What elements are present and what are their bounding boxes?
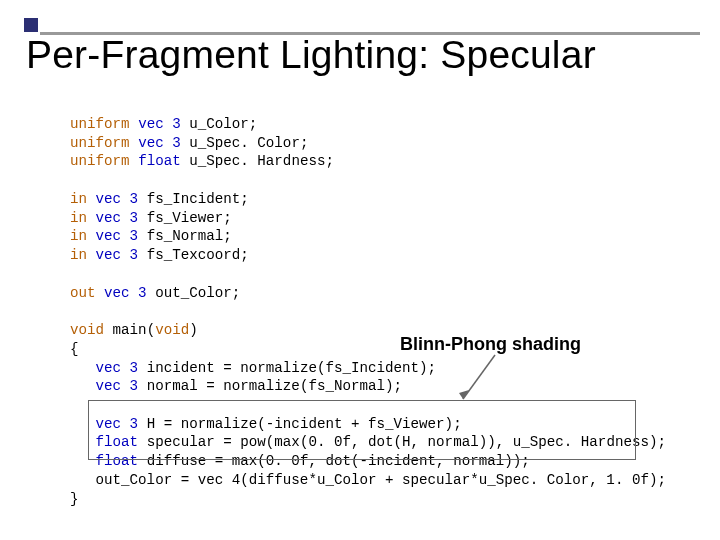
line-diffuse: diffuse = max(0. 0f, dot(-incident, norm… <box>138 453 530 469</box>
decl-fs-texcoord: fs_Texcoord; <box>138 247 249 263</box>
code-block: uniform vec 3 u_Color; uniform vec 3 u_S… <box>70 115 666 508</box>
kw-void: void <box>155 322 189 338</box>
kw-vec3: vec 3 <box>96 210 139 226</box>
kw-uniform: uniform <box>70 116 130 132</box>
line-out: out_Color = vec 4(diffuse*u_Color + spec… <box>70 472 666 488</box>
kw-float: float <box>96 434 139 450</box>
kw-float: float <box>138 153 181 169</box>
decl-fs-viewer: fs_Viewer; <box>138 210 232 226</box>
kw-void: void <box>70 322 104 338</box>
decl-u-speccolor: u_Spec. Color; <box>181 135 309 151</box>
fn-main-name: main( <box>104 322 155 338</box>
line-h: H = normalize(-incident + fs_Viewer); <box>138 416 462 432</box>
kw-vec3: vec 3 <box>96 247 139 263</box>
kw-vec3: vec 3 <box>96 191 139 207</box>
callout-label: Blinn-Phong shading <box>400 334 581 355</box>
kw-out: out <box>70 285 96 301</box>
kw-uniform: uniform <box>70 135 130 151</box>
kw-vec3: vec 3 <box>138 135 181 151</box>
kw-in: in <box>70 210 87 226</box>
kw-uniform: uniform <box>70 153 130 169</box>
kw-vec3: vec 3 <box>96 416 139 432</box>
kw-vec3: vec 3 <box>96 228 139 244</box>
kw-in: in <box>70 228 87 244</box>
kw-in: in <box>70 247 87 263</box>
kw-in: in <box>70 191 87 207</box>
kw-vec3: vec 3 <box>138 116 181 132</box>
slide-title: Per-Fragment Lighting: Specular <box>26 33 704 77</box>
brace-close: } <box>70 491 79 507</box>
brace-open: { <box>70 341 79 357</box>
kw-float: float <box>96 453 139 469</box>
kw-vec3: vec 3 <box>96 378 139 394</box>
line-normal: normal = normalize(fs_Normal); <box>138 378 402 394</box>
kw-vec3: vec 3 <box>104 285 147 301</box>
decl-u-spechardness: u_Spec. Hardness; <box>181 153 334 169</box>
kw-vec3: vec 3 <box>96 360 139 376</box>
slide-accent-square <box>24 18 38 32</box>
line-specular: specular = pow(max(0. 0f, dot(H, normal)… <box>138 434 666 450</box>
slide: Per-Fragment Lighting: Specular uniform … <box>0 0 720 540</box>
decl-fs-normal: fs_Normal; <box>138 228 232 244</box>
line-incident: incident = normalize(fs_Incident); <box>138 360 436 376</box>
decl-fs-incident: fs_Incident; <box>138 191 249 207</box>
decl-u-color: u_Color; <box>181 116 258 132</box>
decl-out-color: out_Color; <box>147 285 241 301</box>
